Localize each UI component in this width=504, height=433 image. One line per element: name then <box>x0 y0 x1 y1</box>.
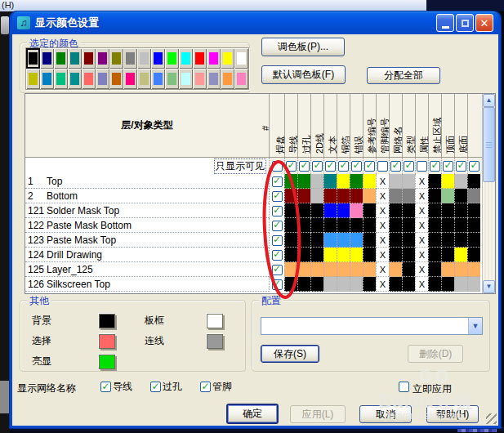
color-cell[interactable] <box>297 262 310 277</box>
color-cell[interactable] <box>310 189 323 203</box>
color-cell[interactable] <box>428 203 441 218</box>
palette-swatch[interactable] <box>68 69 82 89</box>
palette-swatch[interactable] <box>234 48 248 69</box>
color-cell[interactable] <box>350 233 363 248</box>
color-cell[interactable] <box>284 203 297 218</box>
palette-swatch[interactable] <box>54 69 68 89</box>
color-cell[interactable] <box>350 218 363 233</box>
color-cell[interactable] <box>284 233 297 248</box>
color-cell[interactable] <box>350 262 363 277</box>
column-visible-checkbox[interactable]: ✓ <box>351 161 362 172</box>
color-cell[interactable] <box>323 277 337 292</box>
color-cell[interactable] <box>441 248 454 262</box>
column-visible-checkbox[interactable]: ✓ <box>299 161 310 172</box>
palette-swatch[interactable] <box>193 69 207 89</box>
palette-swatch[interactable] <box>234 69 248 89</box>
color-cell[interactable] <box>454 189 467 203</box>
scroll-down-icon[interactable]: ▼ <box>483 280 495 293</box>
color-cell[interactable] <box>441 277 454 292</box>
color-cell[interactable] <box>363 248 376 262</box>
other-item-swatch[interactable] <box>99 355 115 369</box>
palette-swatch[interactable] <box>137 48 151 69</box>
palette-swatch[interactable] <box>40 69 54 89</box>
color-cell[interactable] <box>337 218 350 233</box>
delete-button[interactable]: 删除(D) <box>408 345 463 363</box>
color-cell[interactable] <box>363 174 376 189</box>
layer-visible-checkbox[interactable]: ✓ <box>272 206 283 216</box>
color-cell[interactable]: X <box>415 262 428 277</box>
color-cell[interactable] <box>454 262 467 277</box>
titlebar[interactable]: ♫ 显示颜色设置 ✕ <box>12 11 498 34</box>
color-cell[interactable] <box>389 233 402 248</box>
color-cell[interactable] <box>337 189 350 203</box>
color-cell[interactable] <box>428 218 441 233</box>
palette-swatch[interactable] <box>96 69 109 89</box>
color-cell[interactable] <box>389 277 402 292</box>
color-cell[interactable] <box>310 218 323 233</box>
color-cell[interactable] <box>454 174 467 189</box>
palette-swatch[interactable] <box>96 48 109 69</box>
config-combobox-value[interactable] <box>261 318 468 334</box>
color-cell[interactable] <box>454 203 467 218</box>
color-cell[interactable] <box>389 218 402 233</box>
color-cell[interactable] <box>310 203 323 218</box>
color-cell[interactable] <box>284 174 297 189</box>
color-cell[interactable]: X <box>376 218 389 233</box>
table-scrollbar[interactable]: ▲ ▼ <box>482 94 495 293</box>
net-name-checkbox[interactable]: ✓ <box>200 382 211 392</box>
config-combobox[interactable]: ▼ <box>261 317 483 335</box>
color-cell[interactable] <box>350 248 363 262</box>
palette-button[interactable]: 调色板(P)... <box>261 38 345 56</box>
column-visible-checkbox[interactable]: ✓ <box>325 161 336 172</box>
color-cell[interactable] <box>467 203 480 218</box>
default-palette-button[interactable]: 默认调色板(F) <box>261 65 346 84</box>
color-cell[interactable] <box>467 262 480 277</box>
color-cell[interactable] <box>350 277 363 292</box>
color-cell[interactable] <box>363 262 376 277</box>
scrollbar-thumb[interactable] <box>483 107 495 182</box>
layer-visible-checkbox[interactable]: ✓ <box>272 265 283 275</box>
color-cell[interactable] <box>310 233 323 248</box>
color-cell[interactable]: X <box>376 262 389 277</box>
palette-swatch[interactable] <box>207 69 221 89</box>
color-cell[interactable] <box>467 233 480 248</box>
color-cell[interactable] <box>441 233 454 248</box>
color-cell[interactable] <box>402 233 415 248</box>
color-cell[interactable]: X <box>415 233 428 248</box>
color-cell[interactable] <box>323 262 337 277</box>
palette-swatch[interactable] <box>123 69 137 89</box>
column-visible-checkbox[interactable]: ✓ <box>364 161 375 172</box>
palette-swatch[interactable] <box>123 48 137 69</box>
color-cell[interactable] <box>337 277 350 292</box>
palette-swatch[interactable] <box>221 69 234 89</box>
palette-swatch[interactable] <box>221 48 234 69</box>
color-cell[interactable] <box>363 189 376 203</box>
column-visible-checkbox[interactable] <box>417 161 427 172</box>
column-visible-checkbox[interactable]: ✓ <box>390 161 401 172</box>
maximize-button[interactable] <box>456 14 474 32</box>
color-cell[interactable] <box>402 277 415 292</box>
color-cell[interactable]: X <box>376 233 389 248</box>
color-cell[interactable] <box>297 189 310 203</box>
color-cell[interactable] <box>323 203 337 218</box>
color-cell[interactable] <box>337 262 350 277</box>
color-cell[interactable] <box>297 203 310 218</box>
apply-now-checkbox[interactable] <box>399 382 409 392</box>
close-button[interactable]: ✕ <box>475 14 493 32</box>
color-cell[interactable] <box>441 189 454 203</box>
color-cell[interactable] <box>337 174 350 189</box>
color-cell[interactable] <box>467 248 480 262</box>
other-item-swatch[interactable] <box>99 314 115 328</box>
color-cell[interactable]: X <box>376 174 389 189</box>
color-cell[interactable] <box>363 233 376 248</box>
palette-swatch[interactable] <box>165 69 179 89</box>
color-cell[interactable]: X <box>415 248 428 262</box>
color-cell[interactable] <box>310 277 323 292</box>
palette-swatch[interactable] <box>165 48 179 69</box>
scrollbar-track[interactable] <box>483 182 495 280</box>
color-cell[interactable]: X <box>415 218 428 233</box>
color-cell[interactable] <box>350 203 363 218</box>
other-item-swatch[interactable] <box>99 334 115 349</box>
palette-swatch[interactable] <box>137 69 151 89</box>
other-item-swatch[interactable] <box>207 314 223 328</box>
